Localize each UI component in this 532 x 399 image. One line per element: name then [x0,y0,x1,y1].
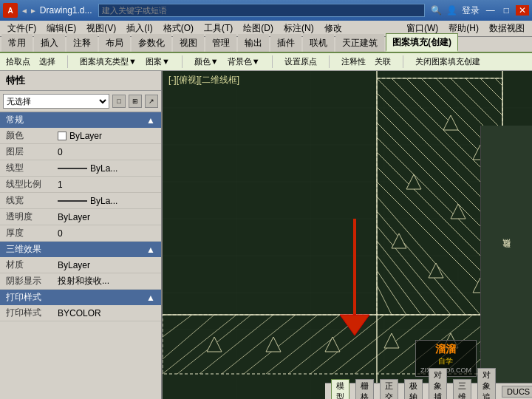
ribbon-toolbar: 拾取点 选择 图案填充类型▼ 图案▼ 颜色▼ 背景色▼ 设置原点 注释性 关联 … [0,53,532,71]
viewport-label: [-][俯视][二维线框] [168,74,239,86]
search-placeholder: 建入关键字或短语 [102,5,167,16]
prop-row-shadow: 阴影显示 投射和接收... [0,273,161,290]
section-general-header[interactable]: 常规 ▲ [0,112,161,128]
maximize-btn[interactable]: □ [502,5,511,16]
minimize-btn[interactable]: — [484,5,497,16]
login-text[interactable]: 登录 [462,4,480,17]
tab-output[interactable]: 输出 [238,34,269,52]
prop-value-linewidth[interactable]: ByLa... [52,193,161,209]
nav-next[interactable]: ► [30,7,37,15]
prop-row-linetype: 线型 ByLa... [0,160,161,177]
ribbon-pattern[interactable]: 图案▼ [143,55,173,68]
prop-value-linetype[interactable]: ByLa... [52,160,161,177]
search-icon[interactable]: 🔍 [431,5,442,16]
tab-annotate[interactable]: 注释 [66,34,98,52]
section-print-header[interactable]: 打印样式 ▲ [0,290,161,305]
tab-hatch[interactable]: 图案填充(创建) [386,33,458,52]
ribbon-group-boundary: 拾取点 选择 [3,55,68,68]
tab-view[interactable]: 视图 [173,34,204,52]
section-general-label: 常规 [6,114,24,126]
3d-props-table: 材质 ByLayer 阴影显示 投射和接收... [0,257,161,290]
title-left: A ◄ ► Drawing1.d... [3,3,92,18]
status-3dosnap[interactable]: 三维 [453,379,471,400]
user-icon[interactable]: 👤 [446,5,457,16]
prop-row-thickness: 厚度 0 [0,225,161,242]
prop-row-ltscale: 线型比例 1 [0,177,161,193]
prop-row-plotstyle: 打印样式 BYCOLOR [0,305,161,321]
prop-icon-3[interactable]: ↗ [145,95,158,108]
ribbon-associate[interactable]: 关联 [372,55,394,68]
section-3d-expand: ▲ [146,245,155,255]
prop-label-color: 颜色 [0,128,52,144]
titlebar: A ◄ ► Drawing1.d... 建入关键字或短语 🔍 👤 登录 — □ … [0,0,532,21]
ribbon-pattern-type[interactable]: 图案填充类型▼ [77,55,140,68]
ribbon-color[interactable]: 颜色▼ [191,55,222,68]
noselect-bar: 无选择 □ ⊞ ↗ [0,91,161,112]
ribbon-tabs: 常用 插入 注释 布局 参数化 视图 管理 输出 插件 联机 天正建筑 图案填充… [0,37,532,53]
watermark-logo: 溜溜 [420,343,471,356]
prop-icon-2[interactable]: ⊞ [129,95,142,108]
title-text: Drawing1.d... [40,5,92,16]
prop-row-color: 颜色 ByLayer [0,128,161,144]
tab-layout[interactable]: 布局 [99,34,130,52]
prop-row-layer: 图层 0 [0,144,161,160]
close-btn[interactable]: ✕ [516,5,529,16]
section-3d-header[interactable]: 三维效果 ▲ [0,242,161,257]
ribbon-linetype[interactable]: 背景色▼ [225,55,263,68]
ribbon-annotative[interactable]: 注释性 [338,55,369,68]
title-right: 🔍 👤 登录 — □ ✕ [431,4,529,17]
title-nav[interactable]: ◄ ► [21,7,37,15]
ribbon-close-hatch[interactable]: 关闭图案填充创建 [412,55,483,68]
line-preview-1 [58,168,87,169]
prop-label-linewidth: 线宽 [0,193,52,209]
prop-value-ltscale[interactable]: 1 [52,177,161,193]
status-otrack[interactable]: 对象追踪 [477,368,496,400]
prop-label-transparency: 透明度 [0,209,52,225]
status-ortho[interactable]: 正交 [380,379,398,400]
status-snap[interactable]: 栅格 [355,379,374,400]
prop-value-shadow[interactable]: 投射和接收... [52,273,161,290]
nav-prev[interactable]: ◄ [21,7,28,15]
prop-value-color[interactable]: ByLayer [52,128,161,144]
prop-value-layer[interactable]: 0 [52,144,161,160]
tab-plugin[interactable]: 插件 [270,34,301,52]
search-box[interactable]: 建入关键字或短语 [98,4,425,17]
prop-label-linetype: 线型 [0,160,52,177]
prop-value-material[interactable]: ByLayer [52,257,161,273]
prop-value-plotstyle[interactable]: BYCOLOR [52,305,161,321]
drawing-canvas[interactable]: [-][俯视][二维线框] [163,71,532,399]
ribbon-group-pattern: 图案填充类型▼ 图案▼ [77,55,183,68]
ribbon-select[interactable]: 选择 [36,55,58,68]
prop-label-plotstyle: 打印样式 [0,305,52,321]
panel-title: 特性 [0,71,161,91]
right-grab-panel: 拾取点 [480,126,532,383]
prop-label-layer: 图层 [0,144,52,160]
ribbon-group-origin: 设置原点 [282,55,330,68]
prop-value-transparency[interactable]: ByLayer [52,209,161,225]
prop-label-thickness: 厚度 [0,225,52,242]
status-model[interactable]: 模型 [331,379,349,400]
tab-tzjz[interactable]: 天正建筑 [335,34,384,52]
ribbon-group-close: 关闭图案填充创建 [412,55,492,68]
prop-row-material: 材质 ByLayer [0,257,161,273]
tab-manage[interactable]: 管理 [205,34,236,52]
tab-online[interactable]: 联机 [303,34,334,52]
prop-value-thickness[interactable]: 0 [52,225,161,242]
section-general-expand: ▲ [146,115,155,126]
tab-insert[interactable]: 插入 [34,34,65,52]
status-polar[interactable]: 极轴 [404,379,423,400]
ribbon-setorigin[interactable]: 设置原点 [282,55,320,68]
status-ducs[interactable]: DUCS [502,386,532,398]
prop-label-ltscale: 线型比例 [0,177,52,193]
prop-row-transparency: 透明度 ByLayer [0,209,161,225]
properties-panel: 特性 无选择 □ ⊞ ↗ 常规 ▲ 颜色 ByLayer 图层 0 [0,71,163,399]
watermark-site: 自学 [420,356,471,366]
status-osnap[interactable]: 对象捕捉 [429,368,447,400]
ribbon-pickpoint[interactable]: 拾取点 [3,55,33,68]
prop-label-material: 材质 [0,257,52,273]
noselect-dropdown[interactable]: 无选择 [3,94,109,109]
tab-parametric[interactable]: 参数化 [132,34,171,52]
prop-icon-1[interactable]: □ [112,95,126,108]
tab-common[interactable]: 常用 [1,34,33,52]
menu-dataview[interactable]: 数据视图 [485,21,529,36]
